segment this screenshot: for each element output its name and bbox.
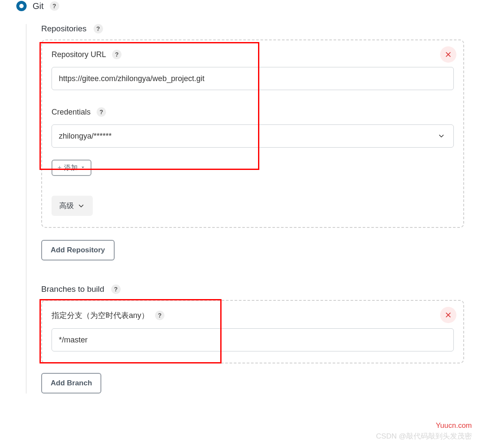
close-icon bbox=[445, 51, 452, 58]
branch-specifier-input[interactable] bbox=[52, 328, 454, 351]
add-credentials-dropdown[interactable]: + 添加 bbox=[52, 160, 91, 176]
delete-repository-button[interactable] bbox=[440, 46, 456, 63]
branch-specifier-label: 指定分支（为空时代表any） bbox=[52, 310, 149, 321]
scm-git-radio[interactable] bbox=[16, 1, 27, 11]
chevron-down-icon bbox=[436, 131, 447, 141]
repository-advanced-toggle[interactable]: 高级 bbox=[52, 196, 93, 216]
help-icon[interactable]: ? bbox=[112, 50, 122, 59]
help-icon[interactable]: ? bbox=[155, 311, 164, 320]
add-repository-button[interactable]: Add Repository bbox=[41, 240, 115, 260]
credentials-selected-value: zhilongya/****** bbox=[59, 132, 112, 141]
repositories-heading: Repositories bbox=[41, 24, 87, 33]
credentials-select[interactable]: zhilongya/****** bbox=[52, 124, 454, 148]
add-branch-button[interactable]: Add Branch bbox=[41, 373, 101, 394]
annotation-highlight bbox=[39, 42, 259, 170]
repository-url-input[interactable] bbox=[52, 67, 454, 90]
chevron-down-icon bbox=[77, 202, 85, 210]
help-icon[interactable]: ? bbox=[94, 24, 103, 33]
add-credentials-label: 添加 bbox=[64, 164, 78, 171]
help-icon[interactable]: ? bbox=[111, 285, 121, 294]
repository-advanced-label: 高级 bbox=[59, 201, 74, 211]
caret-down-icon bbox=[80, 164, 85, 172]
repository-block: Repository URL ? Credentials ? zhilongya… bbox=[41, 39, 464, 228]
help-icon[interactable]: ? bbox=[50, 1, 59, 11]
add-repository-label: Add Repository bbox=[51, 246, 105, 254]
scm-git-label: Git bbox=[33, 1, 44, 11]
credentials-label: Credentials bbox=[52, 108, 91, 117]
repository-url-label: Repository URL bbox=[52, 50, 106, 59]
close-icon bbox=[445, 312, 452, 318]
branch-block: 指定分支（为空时代表any） ? bbox=[41, 300, 464, 363]
plus-icon: + bbox=[58, 164, 61, 172]
branches-heading: Branches to build bbox=[41, 285, 104, 294]
delete-branch-button[interactable] bbox=[440, 307, 456, 323]
add-branch-label: Add Branch bbox=[51, 379, 92, 387]
help-icon[interactable]: ? bbox=[97, 107, 106, 117]
